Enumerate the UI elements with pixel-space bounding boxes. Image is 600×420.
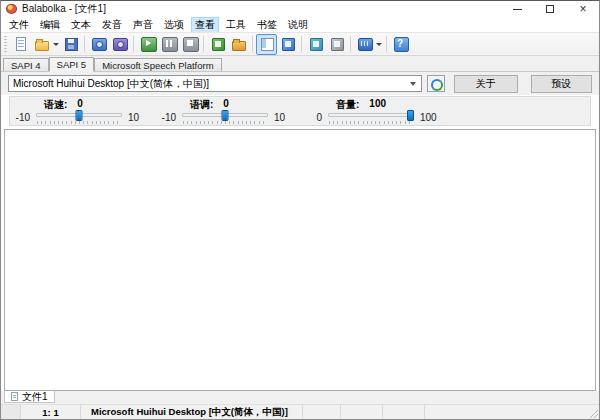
title-bar: Balabolka - [文件1] × xyxy=(1,1,599,17)
toolbar xyxy=(1,32,599,56)
rate-max-label: 10 xyxy=(122,112,148,123)
menu-bar: 文件 编辑 文本 发音 声音 选项 查看 工具 书签 说明 xyxy=(1,17,599,32)
compare-text-button[interactable] xyxy=(305,34,326,55)
document-icon xyxy=(11,392,18,401)
volume-slider[interactable] xyxy=(328,110,414,124)
menu-item-file[interactable]: 文件 xyxy=(5,17,33,33)
document-tab-bar: 文件1 xyxy=(1,391,599,404)
stop-icon xyxy=(182,36,198,52)
menu-item-edit[interactable]: 编辑 xyxy=(36,17,64,33)
voice-select-value: Microsoft Huihui Desktop [中文(简体，中国)] xyxy=(13,77,409,91)
menu-item-tools[interactable]: 工具 xyxy=(222,17,250,33)
panel-toggle-button[interactable] xyxy=(256,34,277,55)
voice-row: Microsoft Huihui Desktop [中文(简体，中国)] 关于 … xyxy=(1,72,599,95)
menu-item-help[interactable]: 说明 xyxy=(284,17,312,33)
chevron-down-icon xyxy=(53,43,59,46)
app-window: Balabolka - [文件1] × 文件 编辑 文本 发音 声音 选项 查看… xyxy=(0,0,600,420)
refresh-voices-button[interactable] xyxy=(427,75,445,92)
menu-item-pronunciation[interactable]: 发音 xyxy=(98,17,126,33)
rate-slider-group: 语速: 0 -10 10 xyxy=(14,98,148,124)
status-pane-mode xyxy=(1,405,21,419)
minimize-button[interactable] xyxy=(506,1,528,17)
chevron-down-icon xyxy=(376,43,382,46)
extract-text-button[interactable] xyxy=(228,34,249,55)
dictionary-button[interactable] xyxy=(277,34,298,55)
status-pane xyxy=(425,405,599,419)
open-folder-icon xyxy=(34,36,50,52)
open-file-button[interactable] xyxy=(31,34,52,55)
menu-item-options[interactable]: 选项 xyxy=(160,17,188,33)
pause-button[interactable] xyxy=(158,34,179,55)
toolbar-separator xyxy=(386,36,387,52)
status-caret-position: 1: 1 xyxy=(21,405,81,419)
voice-switch-dropdown[interactable] xyxy=(375,34,383,55)
toolbar-separator xyxy=(252,36,253,52)
gray-book-icon xyxy=(329,36,345,52)
play-icon xyxy=(140,36,156,52)
open-file-dropdown[interactable] xyxy=(52,34,60,55)
new-document-button[interactable] xyxy=(10,34,31,55)
preset-button[interactable]: 预设 xyxy=(531,75,592,93)
toolbar-separator xyxy=(84,36,85,52)
open-text-button[interactable] xyxy=(207,34,228,55)
volume-slider-group: 音量: 100 0 100 xyxy=(306,98,440,124)
close-button[interactable]: × xyxy=(572,1,594,17)
pitch-min-label: -10 xyxy=(160,112,182,123)
menu-item-view[interactable]: 查看 xyxy=(191,17,219,33)
new-document-icon xyxy=(13,36,29,52)
toolbar-separator xyxy=(133,36,134,52)
help-icon xyxy=(393,36,409,52)
menu-item-voice[interactable]: 声音 xyxy=(129,17,157,33)
read-book-button[interactable] xyxy=(326,34,347,55)
status-bar: 1: 1 Microsoft Huihui Desktop [中文(简体，中国)… xyxy=(1,404,599,419)
save-button[interactable] xyxy=(60,34,81,55)
pitch-slider-thumb[interactable] xyxy=(222,110,229,121)
app-icon xyxy=(6,4,17,14)
volume-min-label: 0 xyxy=(306,112,328,123)
status-pane xyxy=(383,405,425,419)
menu-item-bookmarks[interactable]: 书签 xyxy=(253,17,281,33)
floppy-disk-icon xyxy=(63,36,79,52)
convert-audio-button[interactable] xyxy=(109,34,130,55)
toolbar-separator xyxy=(350,36,351,52)
maximize-icon xyxy=(546,5,554,13)
maximize-button[interactable] xyxy=(539,1,561,17)
about-voice-button[interactable]: 关于 xyxy=(454,75,517,93)
play-button[interactable] xyxy=(137,34,158,55)
tab-sapi4[interactable]: SAPI 4 xyxy=(3,58,49,71)
teal-book-icon xyxy=(308,36,324,52)
voice-switch-button[interactable] xyxy=(354,34,375,55)
blue-book-icon xyxy=(280,36,296,52)
tab-sapi5[interactable]: SAPI 5 xyxy=(49,57,95,72)
voice-parameters-panel: 语速: 0 -10 10 语调: 0 -10 10 xyxy=(9,96,591,126)
rate-min-label: -10 xyxy=(14,112,36,123)
status-pane xyxy=(303,405,341,419)
combo-chevron-icon[interactable] xyxy=(409,82,417,86)
audio-file-icon xyxy=(91,36,107,52)
pitch-slider[interactable] xyxy=(182,110,268,124)
text-editor[interactable] xyxy=(4,129,596,391)
status-voice-name: Microsoft Huihui Desktop [中文(简体，中国)] xyxy=(81,405,303,419)
window-controls: × xyxy=(495,1,594,17)
pause-icon xyxy=(161,36,177,52)
minimize-icon xyxy=(513,9,522,10)
orange-folder-icon xyxy=(231,36,247,52)
pitch-max-label: 10 xyxy=(268,112,294,123)
voice-select[interactable]: Microsoft Huihui Desktop [中文(简体，中国)] xyxy=(8,75,422,92)
stop-button[interactable] xyxy=(179,34,200,55)
rate-slider[interactable] xyxy=(36,110,122,124)
save-audio-button[interactable] xyxy=(88,34,109,55)
toolbar-grip[interactable] xyxy=(4,36,7,52)
document-tab-file1[interactable]: 文件1 xyxy=(4,391,55,403)
engine-tab-bar: SAPI 4 SAPI 5 Microsoft Speech Platform xyxy=(1,56,599,72)
status-pane xyxy=(341,405,383,419)
menu-item-text[interactable]: 文本 xyxy=(67,17,95,33)
panel-icon xyxy=(259,36,275,52)
volume-slider-thumb[interactable] xyxy=(407,110,414,121)
document-tab-label: 文件1 xyxy=(22,390,48,404)
help-button[interactable] xyxy=(390,34,411,55)
tab-microsoft-speech-platform[interactable]: Microsoft Speech Platform xyxy=(94,58,221,71)
rate-slider-thumb[interactable] xyxy=(76,110,83,121)
audio-convert-icon xyxy=(112,36,128,52)
voice-icon xyxy=(357,36,373,52)
